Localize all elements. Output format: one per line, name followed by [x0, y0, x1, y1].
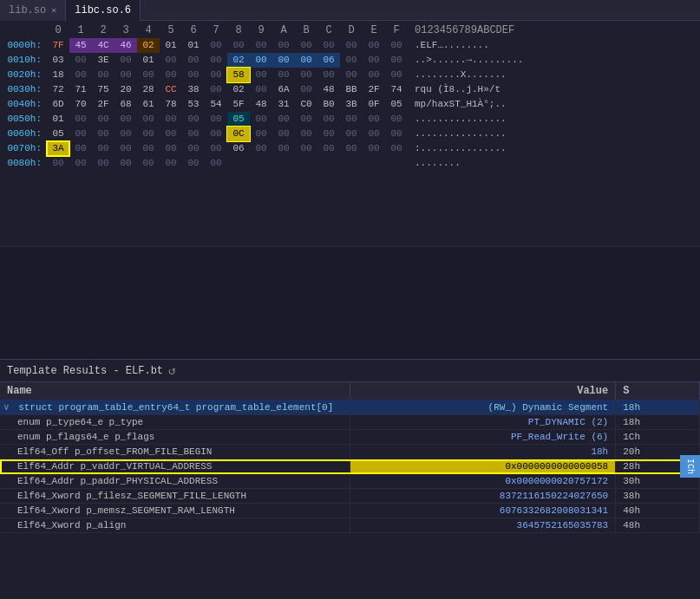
hex-byte-4-9[interactable]: 48	[250, 97, 272, 112]
hex-byte-1-3[interactable]: 00	[114, 53, 137, 68]
hex-byte-3-12[interactable]: 48	[317, 82, 340, 97]
hex-byte-6-12[interactable]: 00	[317, 127, 340, 141]
hex-byte-2-5[interactable]: 00	[160, 68, 182, 82]
hex-byte-0-6[interactable]: 01	[182, 38, 205, 53]
hex-byte-0-5[interactable]: 01	[160, 38, 182, 53]
hex-byte-0-15[interactable]: 00	[385, 38, 408, 53]
hex-byte-3-11[interactable]: 00	[295, 82, 317, 97]
hex-byte-6-5[interactable]: 00	[160, 127, 182, 141]
hex-row-0[interactable]: 0000h:7F454C46020101000000000000000000.E…	[3, 38, 697, 53]
hex-byte-4-4[interactable]: 61	[137, 97, 160, 112]
tab-libso-close[interactable]: ✕	[51, 5, 56, 16]
result-row-2[interactable]: enum p_flags64_e p_flagsPF_Read_Write (6…	[0, 430, 700, 445]
hex-byte-6-10[interactable]: 00	[272, 127, 295, 141]
hex-byte-1-2[interactable]: 3E	[92, 53, 114, 68]
result-row-5[interactable]: Elf64_Addr p_paddr_PHYSICAL_ADDRESS0x000…	[0, 474, 700, 489]
hex-byte-0-1[interactable]: 45	[69, 38, 92, 53]
hex-byte-1-15[interactable]: 00	[385, 53, 408, 68]
hex-byte-4-2[interactable]: 2F	[92, 97, 114, 112]
hex-byte-8-7[interactable]: 00	[205, 156, 227, 171]
hex-byte-3-1[interactable]: 71	[69, 82, 92, 97]
hex-byte-3-15[interactable]: 74	[385, 82, 408, 97]
hex-byte-7-14[interactable]: 00	[363, 141, 385, 156]
hex-byte-7-10[interactable]: 00	[272, 141, 295, 156]
hex-byte-4-8[interactable]: 5F	[227, 97, 250, 112]
hex-byte-7-4[interactable]: 00	[137, 141, 160, 156]
hex-byte-2-15[interactable]: 00	[385, 68, 408, 82]
hex-byte-2-13[interactable]: 00	[340, 68, 363, 82]
hex-byte-0-8[interactable]: 00	[227, 38, 250, 53]
hex-byte-8-6[interactable]: 00	[182, 156, 205, 171]
hex-byte-5-9[interactable]: 00	[250, 112, 272, 127]
hex-row-2[interactable]: 0020h:18000000000000005800000000000000..…	[3, 68, 697, 82]
hex-byte-1-13[interactable]: 00	[340, 53, 363, 68]
hex-byte-5-4[interactable]: 00	[137, 112, 160, 127]
hex-byte-4-12[interactable]: B0	[317, 97, 340, 112]
hex-byte-3-9[interactable]: 00	[250, 82, 272, 97]
hex-byte-0-11[interactable]: 00	[295, 38, 317, 53]
hex-byte-8-15[interactable]	[385, 156, 408, 171]
hex-byte-6-13[interactable]: 00	[340, 127, 363, 141]
hex-byte-3-6[interactable]: 38	[182, 82, 205, 97]
hex-byte-0-4[interactable]: 02	[137, 38, 160, 53]
hex-byte-6-1[interactable]: 00	[69, 127, 92, 141]
hex-byte-5-8[interactable]: 05	[227, 112, 250, 127]
hex-byte-1-5[interactable]: 00	[160, 53, 182, 68]
result-row-4[interactable]: Elf64_Addr p_vaddr_VIRTUAL_ADDRESS0x0000…	[0, 459, 700, 474]
hex-byte-2-1[interactable]: 00	[69, 68, 92, 82]
hex-byte-4-15[interactable]: 05	[385, 97, 408, 112]
hex-byte-5-1[interactable]: 00	[69, 112, 92, 127]
hex-byte-2-3[interactable]: 00	[114, 68, 137, 82]
hex-byte-0-7[interactable]: 00	[205, 38, 227, 53]
hex-byte-2-10[interactable]: 00	[272, 68, 295, 82]
hex-byte-7-5[interactable]: 00	[160, 141, 182, 156]
result-row-1[interactable]: enum p_type64_e p_typePT_DYNAMIC (2)18h	[0, 415, 700, 430]
hex-byte-8-0[interactable]: 00	[47, 156, 69, 171]
hex-byte-7-12[interactable]: 00	[317, 141, 340, 156]
hex-byte-4-6[interactable]: 53	[182, 97, 205, 112]
hex-byte-5-6[interactable]: 00	[182, 112, 205, 127]
hex-byte-0-10[interactable]: 00	[272, 38, 295, 53]
hex-byte-6-7[interactable]: 00	[205, 127, 227, 141]
hex-byte-1-9[interactable]: 00	[250, 53, 272, 68]
hex-byte-2-12[interactable]: 00	[317, 68, 340, 82]
hex-byte-3-13[interactable]: BB	[340, 82, 363, 97]
expand-arrow-0[interactable]: ∨	[3, 402, 15, 413]
hex-byte-3-10[interactable]: 6A	[272, 82, 295, 97]
hex-row-1[interactable]: 0010h:03003E00010000000200000006000000..…	[3, 53, 697, 68]
hex-row-3[interactable]: 0030h:7271752028CC380002006A0048BB2F74rq…	[3, 82, 697, 97]
hex-byte-8-13[interactable]	[340, 156, 363, 171]
hex-byte-6-2[interactable]: 00	[92, 127, 114, 141]
hex-byte-7-6[interactable]: 00	[182, 141, 205, 156]
hex-byte-4-14[interactable]: 0F	[363, 97, 385, 112]
hex-byte-5-11[interactable]: 00	[295, 112, 317, 127]
hex-byte-1-10[interactable]: 00	[272, 53, 295, 68]
hex-byte-5-13[interactable]: 00	[340, 112, 363, 127]
hex-byte-8-5[interactable]: 00	[160, 156, 182, 171]
hex-byte-3-4[interactable]: 28	[137, 82, 160, 97]
result-row-7[interactable]: Elf64_Xword p_memsz_SEGMENT_RAM_LENGTH60…	[0, 504, 700, 518]
hex-byte-3-2[interactable]: 75	[92, 82, 114, 97]
hex-byte-7-15[interactable]: 00	[385, 141, 408, 156]
hex-byte-6-15[interactable]: 00	[385, 127, 408, 141]
hex-byte-7-8[interactable]: 06	[227, 141, 250, 156]
hex-byte-5-5[interactable]: 00	[160, 112, 182, 127]
hex-byte-2-4[interactable]: 00	[137, 68, 160, 82]
hex-byte-1-4[interactable]: 01	[137, 53, 160, 68]
hex-byte-1-6[interactable]: 00	[182, 53, 205, 68]
hex-byte-1-1[interactable]: 00	[69, 53, 92, 68]
hex-byte-0-9[interactable]: 00	[250, 38, 272, 53]
hex-byte-8-2[interactable]: 00	[92, 156, 114, 171]
hex-byte-7-13[interactable]: 00	[340, 141, 363, 156]
hex-byte-2-2[interactable]: 00	[92, 68, 114, 82]
hex-byte-7-3[interactable]: 00	[114, 141, 137, 156]
tab-libcso6[interactable]: libc.so.6	[66, 0, 141, 21]
hex-byte-2-14[interactable]: 00	[363, 68, 385, 82]
hex-byte-0-13[interactable]: 00	[340, 38, 363, 53]
result-row-8[interactable]: Elf64_Xword p_align364575216503578348h	[0, 518, 700, 533]
hex-byte-5-15[interactable]: 00	[385, 112, 408, 127]
hex-byte-5-10[interactable]: 00	[272, 112, 295, 127]
hex-byte-8-1[interactable]: 00	[69, 156, 92, 171]
hex-byte-4-7[interactable]: 54	[205, 97, 227, 112]
hex-byte-4-5[interactable]: 78	[160, 97, 182, 112]
